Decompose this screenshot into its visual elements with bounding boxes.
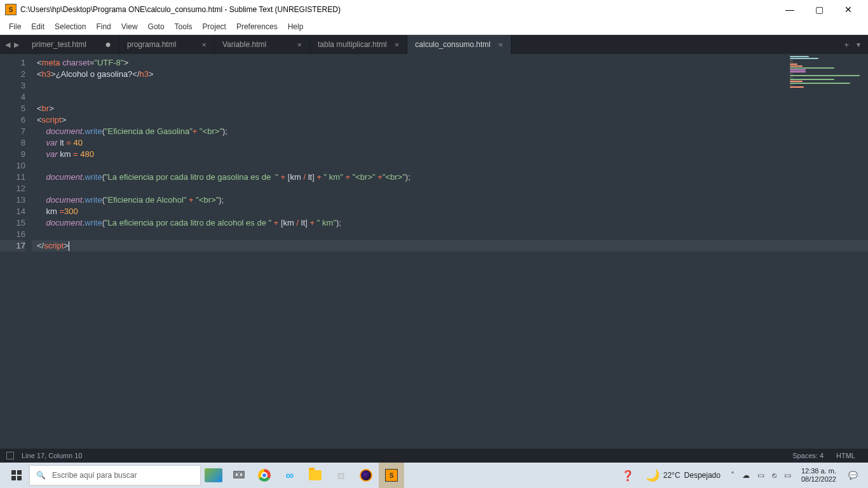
tabbar: ◀ ▶ primer_test.html●programa.html×Varia…: [0, 35, 868, 54]
tab-label: Variable.html: [222, 40, 266, 49]
windows-taskbar: 🔍 Escribe aquí para buscar ∞ ⧈ S ❓ 🌙 22°…: [0, 463, 868, 488]
line-number: 13: [0, 194, 25, 206]
line-number: 1: [0, 57, 25, 69]
menu-project[interactable]: Project: [198, 20, 231, 33]
editor[interactable]: 1234567891011121314151617 <meta charset=…: [0, 54, 868, 449]
line-number: 7: [0, 126, 25, 137]
line-number: 15: [0, 217, 25, 229]
line-number: 6: [0, 114, 25, 126]
line-number: 9: [0, 149, 25, 160]
tray-wifi-icon[interactable]: ⎋: [772, 471, 776, 480]
minimap[interactable]: [790, 56, 866, 107]
close-button[interactable]: ✕: [834, 0, 863, 19]
minimize-button[interactable]: —: [775, 0, 804, 19]
weather-desc: Despejado: [684, 471, 721, 480]
svg-rect-0: [11, 470, 16, 475]
line-number: 12: [0, 183, 25, 194]
clock-time: 12:38 a. m.: [801, 467, 836, 475]
notification-center-icon[interactable]: 💬: [841, 463, 864, 488]
tray-chevron-icon[interactable]: ˄: [731, 471, 735, 480]
tab-dropdown-icon[interactable]: ▼: [855, 41, 862, 48]
svg-rect-6: [240, 473, 243, 477]
menu-find[interactable]: Find: [91, 20, 116, 33]
taskbar-app-landscape[interactable]: [201, 463, 226, 488]
window-controls: — ▢ ✕: [775, 0, 863, 19]
menu-view[interactable]: View: [116, 20, 143, 33]
task-view-icon[interactable]: [226, 463, 252, 488]
tab-label: programa.html: [127, 40, 176, 49]
line-number: 4: [0, 92, 25, 103]
dirty-indicator-icon: ●: [97, 39, 111, 50]
cursor-position: Line 17, Column 10: [22, 452, 82, 459]
tray-battery-icon[interactable]: ▭: [784, 471, 791, 480]
tab-close-icon[interactable]: ×: [491, 40, 503, 50]
weather-widget[interactable]: 🌙 22°C Despejado: [641, 468, 726, 482]
search-icon: 🔍: [36, 471, 46, 480]
line-number: 16: [0, 229, 25, 240]
history-fwd-icon[interactable]: ▶: [14, 41, 19, 49]
tab-history-nav: ◀ ▶: [0, 35, 24, 54]
indentation-setting[interactable]: Spaces: 4: [786, 452, 830, 459]
svg-rect-2: [11, 476, 16, 480]
maximize-button[interactable]: ▢: [804, 0, 834, 19]
svg-rect-1: [17, 470, 22, 475]
menu-goto[interactable]: Goto: [143, 20, 170, 33]
history-back-icon[interactable]: ◀: [5, 41, 10, 49]
syntax-setting[interactable]: HTML: [830, 452, 862, 459]
taskbar-clock[interactable]: 12:38 a. m. 08/12/2022: [796, 467, 841, 484]
window-title: C:\Users\hp\Desktop\Programa ONE\calculo…: [20, 5, 775, 14]
text-cursor: [69, 241, 69, 251]
new-tab-button[interactable]: +: [844, 40, 850, 50]
tab-calculo-consumo-html[interactable]: calculo_consumo.html×: [407, 35, 511, 54]
window-titlebar: S C:\Users\hp\Desktop\Programa ONE\calcu…: [0, 0, 868, 19]
tab-programa-html[interactable]: programa.html×: [119, 35, 215, 54]
line-number: 8: [0, 137, 25, 149]
menu-file[interactable]: File: [4, 20, 26, 33]
taskbar-app-dropbox[interactable]: ⧈: [328, 463, 353, 488]
line-number: 3: [0, 80, 25, 92]
weather-moon-icon: 🌙: [646, 468, 660, 482]
taskbar-app-infinity[interactable]: ∞: [277, 463, 302, 488]
tab-close-icon[interactable]: ×: [289, 40, 302, 50]
svg-rect-5: [235, 473, 238, 477]
taskbar-app-chrome[interactable]: [252, 463, 277, 488]
tab-close-icon[interactable]: ×: [194, 40, 207, 50]
tab-primer-test-html[interactable]: primer_test.html●: [24, 35, 119, 54]
menu-selection[interactable]: Selection: [50, 20, 91, 33]
menubar: FileEditSelectionFindViewGotoToolsProjec…: [0, 19, 868, 35]
tab-label: tabla multiplicar.html: [318, 40, 387, 49]
search-placeholder: Escribe aquí para buscar: [52, 471, 137, 480]
menu-preferences[interactable]: Preferences: [231, 20, 283, 33]
tray-meet-icon[interactable]: ▭: [757, 471, 764, 480]
tray-onedrive-icon[interactable]: ☁: [742, 471, 750, 480]
line-number: 10: [0, 160, 25, 172]
panel-switcher-icon[interactable]: [6, 452, 14, 459]
line-number: 17: [0, 240, 25, 252]
line-number: 2: [0, 69, 25, 80]
system-tray: ˄ ☁ ▭ ⎋ ▭: [726, 471, 796, 480]
line-number: 5: [0, 103, 25, 114]
start-button[interactable]: [4, 463, 29, 488]
line-number: 11: [0, 172, 25, 183]
taskbar-search[interactable]: 🔍 Escribe aquí para buscar: [29, 465, 201, 485]
statusbar: Line 17, Column 10 Spaces: 4 HTML: [0, 449, 868, 463]
line-number: 14: [0, 206, 25, 217]
line-number-gutter: 1234567891011121314151617: [0, 54, 32, 449]
tab-label: calculo_consumo.html: [415, 40, 491, 49]
taskbar-help-icon[interactable]: ❓: [615, 463, 641, 488]
menu-tools[interactable]: Tools: [170, 20, 198, 33]
code-area[interactable]: <meta charset="UTF-8"><h3>¿Alcohol o gas…: [32, 54, 868, 449]
taskbar-app-sublime[interactable]: S: [379, 463, 404, 488]
menu-edit[interactable]: Edit: [26, 20, 50, 33]
svg-rect-3: [17, 476, 22, 480]
weather-temp: 22°C: [663, 471, 681, 480]
taskbar-app-firefox[interactable]: [353, 463, 379, 488]
taskbar-app-explorer[interactable]: [302, 463, 328, 488]
tab-label: primer_test.html: [32, 40, 86, 49]
tab-close-icon[interactable]: ×: [387, 40, 400, 50]
menu-help[interactable]: Help: [283, 20, 309, 33]
clock-date: 08/12/2022: [801, 475, 836, 484]
tab-tabla-multiplicar-html[interactable]: tabla multiplicar.html×: [310, 35, 407, 54]
tab-variable-html[interactable]: Variable.html×: [215, 35, 310, 54]
app-icon: S: [5, 4, 17, 15]
